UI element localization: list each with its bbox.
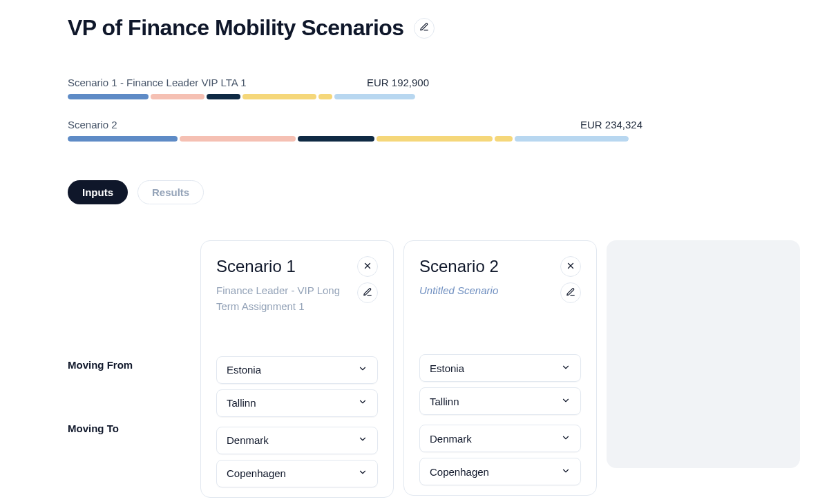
scenario-card: Scenario 1Finance Leader - VIP Long Term…	[200, 240, 394, 498]
select-value: Tallinn	[227, 397, 256, 409]
scenario-bar-label: Scenario 2	[68, 119, 560, 130]
chevron-down-icon	[358, 364, 368, 376]
chevron-down-icon	[561, 396, 571, 407]
scenario-subtitle: Untitled Scenario	[419, 282, 498, 298]
tab-results[interactable]: Results	[137, 180, 204, 204]
moving-from-country-select[interactable]: Estonia	[216, 356, 378, 384]
scenario-title: Scenario 1	[216, 257, 296, 276]
page-title: VP of Finance Mobility Scenarios	[68, 15, 404, 41]
chevron-down-icon	[561, 362, 571, 374]
add-scenario-placeholder[interactable]	[607, 240, 800, 468]
chevron-down-icon	[561, 433, 571, 445]
scenario-title: Scenario 2	[419, 257, 499, 276]
edit-scenario-button[interactable]	[560, 282, 581, 303]
close-scenario-button[interactable]	[560, 256, 581, 277]
edit-title-button[interactable]	[414, 18, 435, 39]
pencil-icon	[419, 22, 429, 34]
moving-to-city-select[interactable]: Copenhagen	[216, 460, 378, 487]
chevron-down-icon	[358, 434, 368, 446]
scenario-bar-label: Scenario 1 - Finance Leader VIP LTA 1	[68, 77, 346, 88]
close-icon	[566, 261, 575, 273]
edit-scenario-button[interactable]	[357, 282, 378, 303]
scenario-bar-amount: EUR 192,900	[367, 77, 429, 88]
row-label-moving-from: Moving From	[68, 351, 191, 378]
scenario-bar	[68, 94, 415, 99]
select-value: Tallinn	[430, 396, 459, 407]
moving-to-country-select[interactable]: Denmark	[216, 427, 378, 454]
pencil-icon	[363, 287, 372, 299]
select-value: Copenhagen	[430, 466, 489, 478]
moving-from-country-select[interactable]: Estonia	[419, 354, 581, 382]
close-scenario-button[interactable]	[357, 256, 378, 277]
select-value: Copenhagen	[227, 467, 286, 479]
row-label-moving-to: Moving To	[68, 414, 191, 442]
moving-to-city-select[interactable]: Copenhagen	[419, 458, 581, 485]
chevron-down-icon	[358, 467, 368, 479]
select-value: Estonia	[430, 362, 464, 374]
scenario-bar-amount: EUR 234,324	[580, 119, 642, 130]
select-value: Estonia	[227, 364, 261, 376]
chevron-down-icon	[358, 397, 368, 409]
tab-inputs[interactable]: Inputs	[68, 180, 128, 204]
select-value: Denmark	[227, 434, 269, 446]
moving-from-city-select[interactable]: Tallinn	[419, 387, 581, 415]
moving-from-city-select[interactable]: Tallinn	[216, 389, 378, 417]
scenario-bar	[68, 136, 629, 142]
chevron-down-icon	[561, 466, 571, 478]
pencil-icon	[566, 287, 575, 299]
select-value: Denmark	[430, 433, 472, 445]
scenario-card: Scenario 2Untitled ScenarioEstoniaTallin…	[403, 240, 597, 496]
moving-to-country-select[interactable]: Denmark	[419, 425, 581, 452]
close-icon	[363, 261, 372, 273]
scenario-subtitle: Finance Leader - VIP Long Term Assignmen…	[216, 282, 347, 315]
